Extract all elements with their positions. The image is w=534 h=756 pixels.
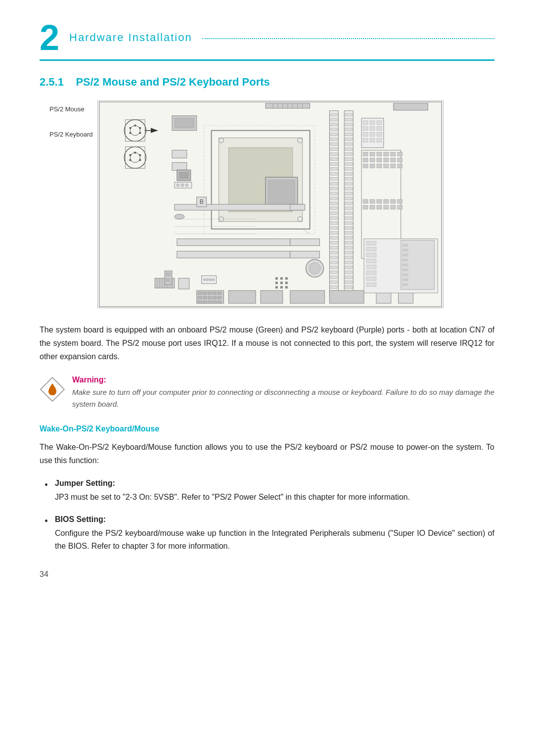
svg-rect-32	[331, 143, 338, 146]
svg-rect-90	[346, 236, 353, 239]
svg-rect-224	[402, 263, 408, 266]
svg-rect-53	[331, 246, 338, 249]
svg-rect-182	[268, 180, 295, 207]
section-heading: 2.5.1 PS/2 Mouse and PS/2 Keyboard Ports	[40, 76, 494, 89]
svg-rect-161	[213, 296, 217, 299]
bullet-label-jumper: Jumper Setting:	[55, 479, 494, 488]
svg-rect-118	[377, 164, 382, 168]
svg-rect-221	[402, 249, 408, 252]
svg-rect-236	[363, 121, 368, 125]
svg-rect-215	[367, 265, 377, 269]
svg-rect-106	[377, 152, 382, 156]
warning-text: Make sure to turn off your computer prio…	[72, 386, 494, 411]
svg-rect-79	[346, 182, 353, 185]
ps2-labels: PS/2 Mouse PS/2 Keyboard	[49, 100, 92, 138]
svg-rect-168	[178, 278, 189, 289]
bullet-list: • Jumper Setting: JP3 must be set to "2-…	[44, 479, 494, 553]
svg-rect-74	[346, 157, 353, 160]
svg-rect-98	[346, 276, 353, 279]
svg-rect-138	[172, 162, 187, 170]
svg-rect-195	[285, 286, 288, 288]
svg-rect-51	[331, 236, 338, 239]
svg-rect-160	[208, 296, 212, 299]
svg-rect-133	[398, 205, 402, 209]
svg-rect-116	[363, 164, 368, 168]
svg-rect-43	[331, 197, 338, 200]
svg-rect-66	[346, 118, 353, 121]
svg-rect-223	[402, 258, 408, 261]
svg-point-14	[139, 159, 141, 161]
svg-point-250	[175, 214, 184, 219]
wake-on-heading: Wake-On-PS/2 Keyboard/Mouse	[40, 425, 494, 433]
svg-rect-77	[346, 172, 353, 175]
svg-point-5	[130, 132, 132, 134]
svg-rect-45	[331, 207, 338, 210]
svg-rect-96	[346, 266, 353, 269]
svg-rect-93	[346, 251, 353, 254]
svg-rect-194	[280, 286, 283, 288]
svg-rect-100	[346, 285, 353, 288]
svg-point-7	[134, 125, 136, 127]
svg-rect-159	[203, 296, 207, 299]
svg-rect-44	[331, 202, 338, 205]
svg-rect-56	[331, 261, 338, 264]
svg-rect-49	[331, 227, 338, 230]
svg-rect-99	[346, 281, 353, 284]
svg-rect-92	[346, 246, 353, 249]
svg-rect-115	[398, 158, 402, 162]
warning-title: Warning:	[72, 376, 494, 384]
svg-point-170	[204, 279, 206, 281]
svg-rect-86	[346, 217, 353, 220]
svg-rect-152	[229, 290, 256, 303]
svg-rect-185	[165, 272, 171, 276]
svg-point-231	[181, 184, 184, 187]
svg-rect-137	[172, 150, 187, 158]
svg-point-13	[130, 159, 132, 161]
svg-rect-233	[175, 204, 303, 210]
svg-rect-242	[363, 133, 368, 137]
svg-rect-26	[331, 113, 338, 116]
svg-rect-57	[331, 266, 338, 269]
bullet-content-jumper: Jumper Setting: JP3 must be set to "2-3 …	[55, 479, 494, 504]
svg-rect-175	[290, 290, 325, 303]
svg-rect-243	[370, 133, 375, 137]
svg-rect-165	[208, 301, 212, 303]
svg-rect-176	[330, 290, 364, 303]
svg-rect-54	[331, 251, 338, 254]
svg-rect-36	[331, 162, 338, 165]
chapter-title: Hardware Installation	[69, 31, 494, 44]
svg-rect-30	[331, 133, 338, 136]
svg-rect-76	[346, 167, 353, 170]
svg-point-4	[139, 127, 141, 129]
svg-rect-34	[331, 153, 338, 156]
svg-rect-111	[370, 158, 375, 162]
svg-rect-117	[370, 164, 375, 168]
svg-rect-120	[391, 164, 396, 168]
svg-rect-83	[346, 202, 353, 205]
svg-rect-125	[384, 199, 389, 203]
svg-rect-214	[367, 259, 377, 263]
svg-point-232	[185, 184, 188, 187]
svg-point-15	[134, 152, 136, 154]
svg-rect-154	[203, 292, 207, 294]
svg-rect-190	[275, 282, 278, 284]
svg-rect-157	[218, 292, 222, 294]
svg-rect-107	[384, 152, 389, 156]
svg-rect-247	[377, 139, 382, 142]
svg-rect-121	[398, 164, 402, 168]
svg-rect-108	[391, 152, 396, 156]
bullet-text-bios: Configure the PS/2 keyboard/mouse wake u…	[55, 527, 494, 553]
svg-rect-192	[285, 282, 288, 284]
svg-rect-89	[346, 232, 353, 235]
svg-rect-69	[346, 133, 353, 136]
page-number: 34	[40, 570, 48, 579]
svg-rect-167	[218, 301, 222, 303]
ps2-keyboard-label: PS/2 Keyboard	[49, 131, 92, 138]
svg-rect-239	[363, 127, 368, 131]
svg-rect-65	[346, 113, 353, 116]
bullet-label-bios: BIOS Setting:	[55, 515, 494, 524]
svg-rect-70	[346, 138, 353, 141]
svg-rect-162	[218, 296, 222, 299]
svg-rect-29	[331, 128, 338, 131]
svg-point-12	[139, 154, 141, 156]
